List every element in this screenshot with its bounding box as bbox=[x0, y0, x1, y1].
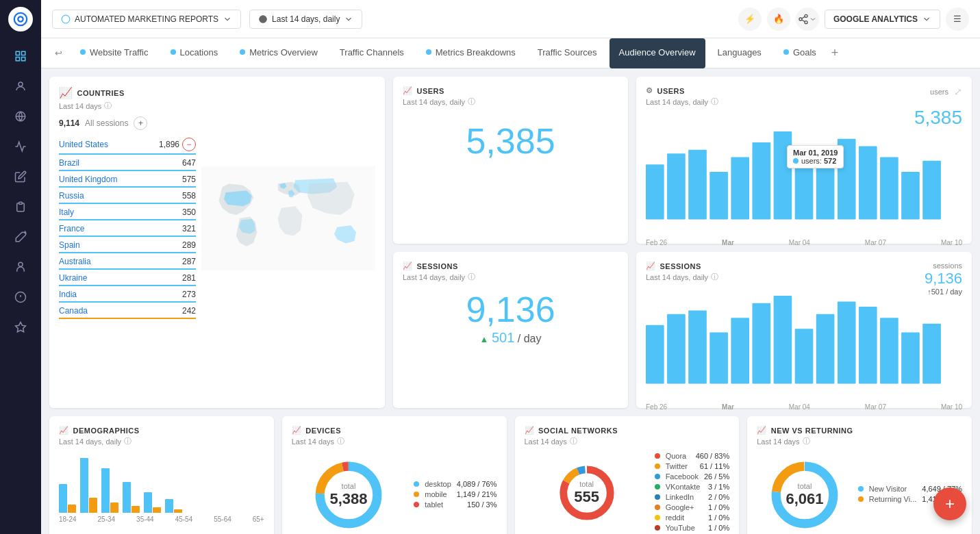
info-icon[interactable]: ⓘ bbox=[711, 97, 718, 107]
sessions-subtitle: Last 14 days, daily ⓘ bbox=[403, 272, 618, 282]
svg-rect-8 bbox=[19, 202, 23, 204]
topbar: AUTOMATED MARKETING REPORTS Last 14 days… bbox=[41, 0, 980, 38]
country-name[interactable]: Brazil bbox=[59, 158, 79, 168]
share-icon-btn[interactable] bbox=[796, 8, 819, 31]
expand-btn[interactable]: + bbox=[134, 116, 147, 130]
country-value: 242 bbox=[182, 306, 196, 316]
lightning-icon-btn[interactable]: ⚡ bbox=[738, 8, 762, 31]
svg-rect-29 bbox=[795, 168, 814, 220]
users-value: 5,385 bbox=[403, 120, 618, 162]
dashboard: 📈 COUNTRIES Last 14 days ⓘ 9,114 All ses… bbox=[41, 68, 980, 534]
trend-icon: 📈 bbox=[757, 426, 767, 435]
report-selector[interactable]: AUTOMATED MARKETING REPORTS bbox=[52, 10, 241, 29]
tab-label: Goals bbox=[793, 47, 816, 58]
sidebar-item-clipboard[interactable] bbox=[8, 194, 33, 219]
countries-body: 9,114 All sessions + United States 1,896… bbox=[59, 116, 375, 320]
world-map bbox=[201, 116, 375, 320]
svg-rect-5 bbox=[16, 58, 19, 61]
legend-item-quora: Quora 460 / 83% bbox=[655, 452, 730, 460]
sidebar-item-info[interactable] bbox=[8, 285, 33, 309]
tab-languages[interactable]: Languages bbox=[708, 38, 771, 68]
tab-audience-overview[interactable]: Audience Overview bbox=[610, 38, 705, 68]
tab-traffic-channels[interactable]: Traffic Channels bbox=[330, 38, 414, 68]
info-icon[interactable]: ⓘ bbox=[468, 97, 475, 107]
sidebar-item-person[interactable] bbox=[8, 255, 33, 279]
tab-label: Audience Overview bbox=[619, 47, 696, 58]
svg-rect-22 bbox=[646, 164, 664, 219]
country-name[interactable]: United States bbox=[59, 140, 108, 149]
info-icon[interactable]: ⓘ bbox=[570, 436, 577, 446]
tab-dot bbox=[80, 49, 86, 55]
tab-traffic-sources[interactable]: Traffic Sources bbox=[528, 38, 607, 68]
svg-line-19 bbox=[802, 20, 805, 22]
tab-goals[interactable]: Goals bbox=[774, 38, 826, 68]
app-logo[interactable] bbox=[8, 7, 33, 31]
bar-blue bbox=[101, 468, 110, 513]
svg-rect-48 bbox=[901, 333, 920, 384]
legend-item-googleplus: Google+ 1 / 0% bbox=[655, 503, 730, 511]
legend-item-youtube: YouTube 1 / 0% bbox=[655, 524, 730, 532]
date-selector[interactable]: Last 14 days, daily bbox=[249, 10, 362, 29]
nav-back-arrow[interactable]: ↩ bbox=[49, 48, 68, 58]
collapse-btn[interactable]: − bbox=[182, 138, 196, 151]
demographics-title: 📈 DEMOGRAPHICS bbox=[59, 426, 264, 435]
add-tab-button[interactable]: + bbox=[831, 46, 839, 60]
country-name[interactable]: France bbox=[59, 224, 84, 233]
menu-icon-btn[interactable]: ☰ bbox=[946, 8, 969, 31]
svg-rect-46 bbox=[859, 307, 877, 383]
platform-selector[interactable]: GOOGLE ANALYTICS bbox=[825, 10, 940, 29]
chart-x-labels: Feb 26 Mar Mar 04 Mar 07 Mar 10 bbox=[646, 403, 962, 411]
country-name[interactable]: United Kingdom bbox=[59, 175, 117, 184]
country-name[interactable]: Canada bbox=[59, 306, 88, 316]
info-icon[interactable]: ⓘ bbox=[711, 272, 718, 282]
new-returning-title: 📈 NEW VS RETURNING bbox=[757, 426, 962, 435]
users-chart-value: 5,385 bbox=[646, 107, 962, 129]
report-label: AUTOMATED MARKETING REPORTS bbox=[75, 14, 218, 24]
demographics-x-labels: 18-24 25-34 35-44 45-54 55-64 65+ bbox=[59, 516, 264, 523]
legend-dot bbox=[414, 492, 419, 497]
country-name[interactable]: Italy bbox=[59, 207, 74, 217]
sidebar-item-analytics[interactable] bbox=[8, 134, 33, 159]
country-name[interactable]: Australia bbox=[59, 257, 91, 266]
sidebar-item-brush[interactable] bbox=[8, 225, 33, 249]
sidebar-item-globe[interactable] bbox=[8, 104, 33, 129]
trend-icon: 📈 bbox=[403, 86, 413, 95]
sidebar-item-edit[interactable] bbox=[8, 164, 33, 189]
fab-button[interactable]: + bbox=[933, 487, 966, 520]
tab-locations[interactable]: Locations bbox=[161, 38, 228, 68]
info-icon[interactable]: ⓘ bbox=[124, 436, 131, 446]
country-row-us: United States 1,896 − bbox=[59, 136, 196, 155]
country-name[interactable]: India bbox=[59, 290, 77, 299]
sidebar-item-users[interactable] bbox=[8, 74, 33, 99]
trend-icon: 📈 bbox=[59, 86, 73, 99]
svg-rect-41 bbox=[752, 303, 770, 384]
info-icon[interactable]: ⓘ bbox=[337, 436, 344, 446]
expand-icon[interactable]: ⤢ bbox=[954, 86, 962, 97]
info-icon[interactable]: ⓘ bbox=[104, 101, 112, 111]
bar-blue bbox=[165, 499, 173, 513]
tab-label: Languages bbox=[718, 47, 762, 58]
tab-website-traffic[interactable]: Website Traffic bbox=[71, 38, 158, 68]
tab-metrics-breakdowns[interactable]: Metrics Breakdowns bbox=[416, 38, 525, 68]
fire-icon-btn[interactable]: 🔥 bbox=[767, 8, 790, 31]
legend-item-linkedin: LinkedIn 2 / 0% bbox=[655, 493, 730, 501]
country-value: 558 bbox=[182, 191, 196, 201]
country-name[interactable]: Spain bbox=[59, 240, 80, 250]
svg-rect-44 bbox=[816, 314, 835, 384]
social-donut: total 555 bbox=[556, 462, 618, 524]
tab-metrics-overview[interactable]: Metrics Overview bbox=[230, 38, 327, 68]
country-name[interactable]: Ukraine bbox=[59, 273, 87, 283]
info-icon[interactable]: ⓘ bbox=[803, 436, 810, 446]
legend-dot bbox=[414, 481, 419, 487]
legend-dot bbox=[655, 463, 660, 469]
sidebar-item-dashboard[interactable] bbox=[8, 44, 33, 68]
devices-card: 📈 DEVICES Last 14 days ⓘ bbox=[282, 416, 507, 534]
svg-rect-38 bbox=[688, 310, 707, 383]
info-icon[interactable]: ⓘ bbox=[468, 272, 475, 282]
sidebar-item-settings[interactable] bbox=[8, 315, 33, 340]
countries-title: 📈 COUNTRIES bbox=[59, 86, 375, 99]
svg-point-1 bbox=[18, 16, 23, 21]
country-name[interactable]: Russia bbox=[59, 191, 84, 201]
country-value: 287 bbox=[182, 257, 196, 266]
trend-icon: 📈 bbox=[403, 262, 413, 270]
